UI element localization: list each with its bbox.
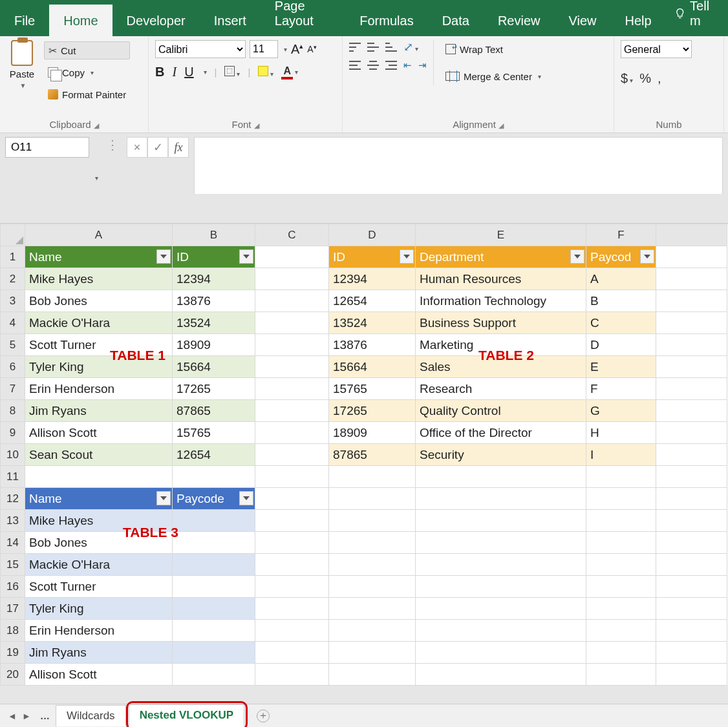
cell[interactable] xyxy=(329,576,416,598)
cell[interactable]: 87865 xyxy=(329,444,416,466)
cell[interactable]: Erin Henderson xyxy=(25,620,173,642)
cell[interactable] xyxy=(656,334,727,356)
increase-font-icon[interactable]: A▴ xyxy=(291,42,303,57)
tab-home[interactable]: Home xyxy=(49,5,112,36)
sheet-tab-nested-vlookup[interactable]: Nested VLOOKUP xyxy=(129,704,244,727)
cell[interactable] xyxy=(656,268,727,290)
cell[interactable] xyxy=(329,466,416,488)
cell[interactable]: Sales xyxy=(416,356,586,378)
cell[interactable]: A xyxy=(586,268,656,290)
cell[interactable] xyxy=(656,488,727,510)
row-header[interactable]: 1 xyxy=(1,246,25,268)
cell[interactable]: Marketing xyxy=(416,334,586,356)
cell[interactable]: Jim Ryans xyxy=(25,642,173,664)
row-header[interactable]: 7 xyxy=(1,378,25,400)
cell[interactable]: 12394 xyxy=(329,268,416,290)
cell[interactable]: Name xyxy=(25,246,173,268)
tab-page-layout[interactable]: Page Layout xyxy=(261,0,345,36)
cell[interactable] xyxy=(255,444,329,466)
cell[interactable]: 13524 xyxy=(329,312,416,334)
tab-view[interactable]: View xyxy=(554,5,610,36)
select-all-corner[interactable] xyxy=(1,224,25,246)
cell[interactable] xyxy=(586,554,656,576)
tab-file[interactable]: File xyxy=(0,5,49,36)
cell[interactable]: Bob Jones xyxy=(25,290,173,312)
cell[interactable]: Information Technology xyxy=(416,290,586,312)
cell[interactable]: 15664 xyxy=(329,356,416,378)
cell[interactable] xyxy=(173,510,255,532)
cell[interactable] xyxy=(329,488,416,510)
cell[interactable]: 13876 xyxy=(329,334,416,356)
cell[interactable] xyxy=(329,510,416,532)
cell[interactable] xyxy=(656,378,727,400)
cell[interactable]: B xyxy=(586,290,656,312)
sheet-tab-wildcards[interactable]: Wildcards xyxy=(56,705,126,726)
cell[interactable]: 15765 xyxy=(173,422,255,444)
cell[interactable]: H xyxy=(586,422,656,444)
filter-button[interactable] xyxy=(239,491,253,505)
dialog-launcher-icon[interactable]: ◢ xyxy=(94,121,99,129)
cell[interactable]: 17265 xyxy=(173,378,255,400)
row-header[interactable]: 17 xyxy=(1,598,25,620)
cell[interactable] xyxy=(255,268,329,290)
dialog-launcher-icon[interactable]: ◢ xyxy=(254,121,259,129)
decrease-font-icon[interactable]: A▾ xyxy=(307,44,316,54)
cell[interactable] xyxy=(329,532,416,554)
cell[interactable]: Tyler King xyxy=(25,356,173,378)
row-header[interactable]: 4 xyxy=(1,312,25,334)
column-header-A[interactable]: A xyxy=(25,224,173,246)
accounting-button[interactable]: $▾ xyxy=(621,71,633,86)
cell[interactable] xyxy=(656,510,727,532)
cell[interactable]: Jim Ryans xyxy=(25,400,173,422)
cut-button[interactable]: ✂Cut xyxy=(44,41,130,59)
cell[interactable] xyxy=(255,400,329,422)
cell[interactable] xyxy=(255,576,329,598)
copy-button[interactable]: Copy▾ xyxy=(44,63,130,81)
paste-button[interactable]: Paste ▼ xyxy=(6,40,37,89)
cell[interactable] xyxy=(255,422,329,444)
cell[interactable] xyxy=(416,620,586,642)
cell[interactable]: 18909 xyxy=(329,422,416,444)
cell[interactable] xyxy=(329,664,416,686)
cell[interactable] xyxy=(416,664,586,686)
cell[interactable] xyxy=(586,642,656,664)
sheet-nav-prev[interactable]: ◄ xyxy=(5,711,19,721)
increase-indent-icon[interactable]: ⇥ xyxy=(418,59,427,71)
borders-button[interactable]: ▾ xyxy=(224,66,240,78)
cell[interactable] xyxy=(656,642,727,664)
cell[interactable] xyxy=(586,598,656,620)
cell[interactable] xyxy=(586,466,656,488)
cell[interactable] xyxy=(255,246,329,268)
fill-color-button[interactable]: ▾ xyxy=(258,66,273,78)
tab-formulas[interactable]: Formulas xyxy=(345,5,427,36)
cell[interactable]: 12394 xyxy=(173,268,255,290)
cell[interactable] xyxy=(255,356,329,378)
row-header[interactable]: 12 xyxy=(1,488,25,510)
font-size-input[interactable] xyxy=(250,40,278,58)
cell[interactable]: Allison Scott xyxy=(25,664,173,686)
row-header[interactable]: 18 xyxy=(1,620,25,642)
row-header[interactable]: 9 xyxy=(1,422,25,444)
row-header[interactable]: 11 xyxy=(1,466,25,488)
cell[interactable]: Allison Scott xyxy=(25,422,173,444)
cell[interactable]: 17265 xyxy=(329,400,416,422)
cell[interactable]: Mackie O'Hara xyxy=(25,554,173,576)
tab-review[interactable]: Review xyxy=(484,5,555,36)
cell[interactable] xyxy=(586,532,656,554)
cell[interactable]: C xyxy=(586,312,656,334)
cell[interactable]: Tyler King xyxy=(25,598,173,620)
cell[interactable] xyxy=(255,620,329,642)
cell[interactable] xyxy=(173,576,255,598)
cell[interactable]: Office of the Director xyxy=(416,422,586,444)
row-header[interactable]: 16 xyxy=(1,576,25,598)
row-header[interactable]: 14 xyxy=(1,532,25,554)
cell[interactable]: Erin Henderson xyxy=(25,378,173,400)
tab-insert[interactable]: Insert xyxy=(200,5,261,36)
cell[interactable] xyxy=(586,510,656,532)
cell[interactable] xyxy=(656,290,727,312)
tab-help[interactable]: Help xyxy=(610,5,665,36)
cell[interactable]: Name xyxy=(25,488,173,510)
cell[interactable] xyxy=(416,510,586,532)
cell[interactable]: Paycode xyxy=(173,488,255,510)
cell[interactable] xyxy=(329,620,416,642)
